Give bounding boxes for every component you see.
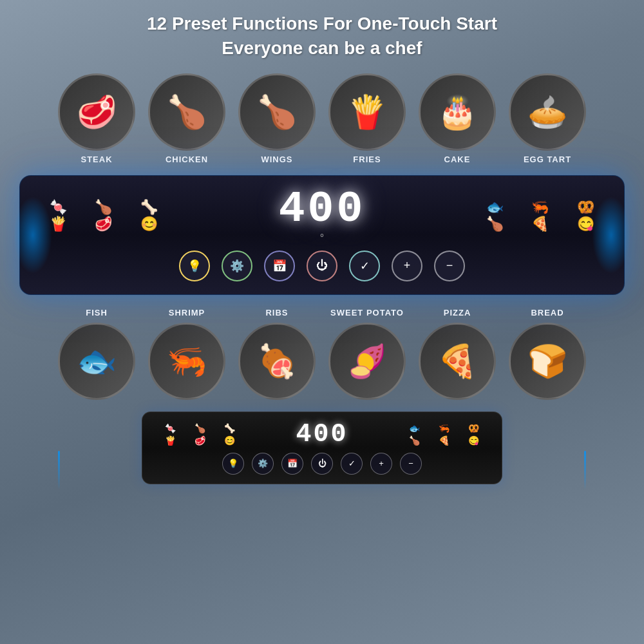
- food-item-fries: 🍟 FRIES: [328, 73, 406, 164]
- small-plus-button[interactable]: +: [370, 453, 392, 475]
- food-label: WINGS: [261, 155, 292, 164]
- bottom-label-item-shrimp: SHRIMP: [148, 308, 225, 317]
- glow-line-right: [584, 451, 586, 489]
- bottom-food-circle: 🐟: [58, 323, 135, 400]
- food-label: CAKE: [444, 155, 471, 164]
- small-preset-button[interactable]: ⚙️: [252, 453, 274, 475]
- main-control-panel: 🍬🍗🦴🍟🥩😊 400 ° 🐟🦐🥨🍗🍕😋 💡⚙️📅⏻✓+−: [19, 175, 625, 295]
- bottom-labels-row: FISHSHRIMPRIBSSWEET POTATOPIZZABREAD: [0, 303, 644, 320]
- food-item-cake: 🎂 CAKE: [419, 73, 496, 164]
- food-item-steak: 🥩 STEAK: [58, 73, 135, 164]
- bottom-food-item-shrimp: 🦐: [148, 323, 225, 400]
- bottom-food-item-bread: 🍞: [509, 323, 586, 400]
- panel-icons-row: 🍬🍗🦴🍟🥩😊 400 ° 🐟🦐🥨🍗🍕😋: [39, 187, 605, 244]
- preset-button[interactable]: ⚙️: [222, 251, 252, 281]
- small-panel-icon: 🍗: [402, 435, 427, 446]
- bottom-label-item-fish: FISH: [58, 308, 135, 317]
- food-label: STEAK: [80, 155, 112, 164]
- panel-icon: 🍗: [476, 217, 514, 231]
- food-label: FRIES: [353, 155, 381, 164]
- panel-icon: 🦴: [130, 200, 168, 214]
- food-label: CHICKEN: [166, 155, 208, 164]
- panel-icon: 🥩: [85, 217, 123, 231]
- top-food-row: 🥩 STEAK 🍗 CHICKEN 🍗 WINGS 🍟 FRIES 🎂 CAKE…: [0, 67, 644, 167]
- small-panel-icon: 😊: [217, 435, 242, 446]
- small-icons-left: 🍬🍗🦴🍟🥩😊: [158, 423, 242, 446]
- bottom-food-label: SHRIMP: [148, 308, 225, 317]
- food-circle: 🥧: [509, 73, 586, 151]
- bottom-label-item-sweet-potato: SWEET POTATO: [328, 308, 406, 317]
- power-button[interactable]: ⏻: [307, 251, 337, 281]
- bottom-food-label: PIZZA: [419, 308, 496, 317]
- small-panel-icon: 🥨: [462, 423, 486, 433]
- bottom-food-row: 🐟🦐🍖🍠🍕🍞: [0, 320, 644, 406]
- panel-icon: 🦐: [522, 200, 560, 214]
- minus-button[interactable]: −: [434, 251, 465, 281]
- small-panel-icon: 🍬: [158, 423, 182, 433]
- food-circle: 🍗: [148, 73, 225, 151]
- small-minus-button[interactable]: −: [400, 453, 422, 475]
- food-circle: 🍟: [328, 73, 406, 151]
- small-temp-display: 400: [289, 420, 354, 449]
- bottom-food-label: RIBS: [238, 308, 316, 317]
- small-icons-right: 🐟🦐🥨🍗🍕😋: [402, 423, 486, 446]
- bottom-label-item-ribs: RIBS: [238, 308, 316, 317]
- small-power-button[interactable]: ⏻: [311, 453, 333, 475]
- food-circle: 🥩: [58, 73, 135, 151]
- bottom-food-circle: 🍖: [238, 323, 316, 400]
- light-button[interactable]: 💡: [179, 251, 210, 281]
- small-panel-icon: 🍟: [158, 435, 182, 446]
- small-panel-icon: 🦴: [217, 423, 242, 433]
- panel-icon: 🐟: [476, 200, 514, 214]
- bottom-food-item-fish: 🐟: [58, 323, 135, 400]
- small-panel-icon: 🦐: [432, 423, 457, 433]
- small-timer-button[interactable]: 📅: [281, 453, 303, 475]
- panel-icon: 😊: [130, 217, 168, 231]
- small-buttons-row: 💡⚙️📅⏻✓+−: [158, 453, 486, 475]
- small-panel-icon: 🍗: [187, 423, 212, 433]
- header: 12 Preset Functions For One-Touch Start …: [0, 0, 644, 67]
- temp-display: 400: [279, 187, 365, 231]
- panel-icon: 🍗: [85, 200, 123, 214]
- bottom-food-item-pizza: 🍕: [419, 323, 496, 400]
- bottom-food-circle: 🍕: [419, 323, 496, 400]
- glow-right: [592, 196, 630, 274]
- small-control-panel: 🍬🍗🦴🍟🥩😊 400 🐟🦐🥨🍗🍕😋 💡⚙️📅⏻✓+−: [142, 412, 502, 484]
- panel-icon: 🍕: [522, 217, 560, 231]
- timer-button[interactable]: 📅: [264, 251, 295, 281]
- food-item-egg-tart: 🥧 EGG TART: [509, 73, 586, 164]
- small-panel-icon: 🥩: [187, 435, 212, 446]
- food-circle: 🎂: [419, 73, 496, 151]
- check-button[interactable]: ✓: [349, 251, 380, 281]
- panel-buttons-row: 💡⚙️📅⏻✓+−: [39, 251, 605, 281]
- bottom-food-label: FISH: [58, 308, 135, 317]
- food-item-wings: 🍗 WINGS: [238, 73, 316, 164]
- food-item-chicken: 🍗 CHICKEN: [148, 73, 225, 164]
- food-label: EGG TART: [524, 155, 571, 164]
- bottom-food-item-sweet-potato: 🍠: [328, 323, 406, 400]
- header-title: 12 Preset Functions For One-Touch Start …: [26, 12, 618, 61]
- bottom-food-label: BREAD: [509, 308, 586, 317]
- small-panel-icon: 🐟: [402, 423, 427, 433]
- display-area: 400 °: [168, 187, 476, 244]
- degree-indicator: °: [320, 232, 324, 244]
- bottom-label-item-pizza: PIZZA: [419, 308, 496, 317]
- panel-icons-left: 🍬🍗🦴🍟🥩😊: [39, 200, 168, 231]
- food-circle: 🍗: [238, 73, 316, 151]
- bottom-food-label: SWEET POTATO: [328, 308, 406, 317]
- small-panel-icon: 😋: [462, 435, 486, 446]
- bottom-food-item-ribs: 🍖: [238, 323, 316, 400]
- bottom-food-circle: 🦐: [148, 323, 225, 400]
- bottom-label-item-bread: BREAD: [509, 308, 586, 317]
- small-light-button[interactable]: 💡: [222, 453, 244, 475]
- small-panel-wrapper: 🍬🍗🦴🍟🥩😊 400 🐟🦐🥨🍗🍕😋 💡⚙️📅⏻✓+−: [19, 412, 625, 484]
- glow-left: [14, 196, 52, 274]
- panel-icons-right: 🐟🦐🥨🍗🍕😋: [476, 200, 605, 231]
- bottom-food-circle: 🍞: [509, 323, 586, 400]
- glow-line-left: [58, 451, 60, 489]
- small-panel-icon: 🍕: [432, 435, 457, 446]
- small-icons-row: 🍬🍗🦴🍟🥩😊 400 🐟🦐🥨🍗🍕😋: [158, 420, 486, 449]
- plus-button[interactable]: +: [392, 251, 422, 281]
- bottom-food-circle: 🍠: [328, 323, 406, 400]
- small-check-button[interactable]: ✓: [341, 453, 363, 475]
